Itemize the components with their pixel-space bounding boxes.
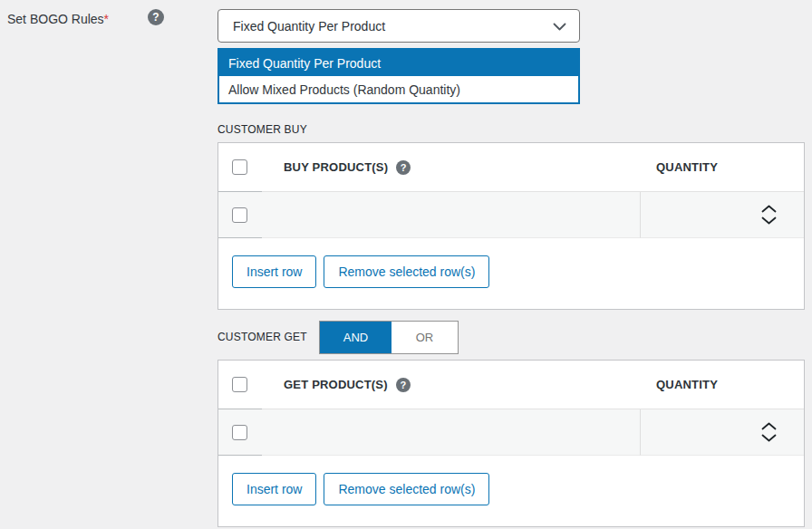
help-icon[interactable]: ?	[396, 160, 411, 175]
field-label-text: Set BOGO Rules	[7, 12, 104, 26]
bogo-rule-select-value: Fixed Quantity Per Product	[233, 19, 385, 34]
bogo-rule-select[interactable]: Fixed Quantity Per Product	[218, 9, 580, 43]
help-icon[interactable]: ?	[148, 9, 164, 25]
get-select-all-checkbox[interactable]	[232, 377, 247, 392]
customer-get-table: GET PRODUCT(S) ? QUANTITY Insert row Rem…	[218, 360, 805, 527]
remove-selected-rows-button[interactable]: Remove selected row(s)	[324, 255, 489, 288]
remove-selected-rows-button[interactable]: Remove selected row(s)	[324, 473, 489, 505]
get-header-product-cell: GET PRODUCT(S) ?	[262, 361, 641, 409]
insert-row-button[interactable]: Insert row	[232, 473, 316, 505]
buy-quantity-column-title: QUANTITY	[656, 160, 718, 174]
table-row	[218, 409, 804, 456]
chevron-up-icon[interactable]	[761, 422, 777, 430]
customer-get-label: CUSTOMER GET	[218, 331, 307, 343]
chevron-down-icon[interactable]	[761, 216, 777, 225]
buy-row-product-cell[interactable]	[262, 192, 641, 238]
get-row-checkbox[interactable]	[232, 425, 247, 440]
and-or-toggle: AND OR	[319, 321, 459, 354]
get-product-column-title: GET PRODUCT(S)	[284, 378, 388, 391]
quantity-stepper[interactable]	[761, 422, 777, 442]
help-icon[interactable]: ?	[396, 378, 411, 392]
buy-row-checkbox[interactable]	[232, 207, 247, 223]
toggle-or-option[interactable]: OR	[392, 322, 458, 353]
insert-row-button[interactable]: Insert row	[232, 255, 316, 288]
get-quantity-column-title: QUANTITY	[656, 378, 718, 391]
get-row-quantity-cell[interactable]	[641, 409, 804, 456]
buy-row-check-cell	[218, 192, 262, 238]
get-header-check-cell	[218, 361, 262, 409]
dropdown-option-fixed-quantity[interactable]: Fixed Quantity Per Product	[219, 50, 578, 76]
customer-buy-label: CUSTOMER BUY	[218, 123, 307, 136]
chevron-down-icon[interactable]	[761, 434, 777, 442]
dropdown-option-mixed-products[interactable]: Allow Mixed Products (Random Quantity)	[219, 76, 578, 102]
customer-buy-table: BUY PRODUCT(S) ? QUANTITY Insert row Rem…	[218, 142, 805, 310]
get-row-product-cell[interactable]	[262, 409, 641, 456]
required-asterisk: *	[104, 12, 109, 26]
get-row-check-cell	[218, 409, 262, 456]
buy-row-quantity-cell[interactable]	[641, 192, 804, 238]
buy-header-product-cell: BUY PRODUCT(S) ?	[262, 143, 641, 192]
get-table-header: GET PRODUCT(S) ? QUANTITY	[218, 361, 804, 409]
field-label: Set BOGO Rules*	[7, 12, 109, 26]
buy-table-footer: Insert row Remove selected row(s)	[218, 238, 804, 288]
table-row	[218, 192, 804, 238]
buy-select-all-checkbox[interactable]	[232, 159, 247, 175]
bogo-rule-dropdown: Fixed Quantity Per Product Allow Mixed P…	[218, 48, 580, 104]
buy-header-check-cell	[218, 143, 262, 192]
chevron-down-icon	[553, 19, 566, 34]
get-table-footer: Insert row Remove selected row(s)	[218, 456, 804, 505]
buy-header-quantity-cell: QUANTITY	[641, 143, 804, 192]
quantity-stepper[interactable]	[761, 205, 777, 225]
buy-product-column-title: BUY PRODUCT(S)	[284, 160, 388, 174]
get-header-quantity-cell: QUANTITY	[641, 361, 804, 409]
toggle-and-option[interactable]: AND	[320, 322, 392, 353]
buy-table-header: BUY PRODUCT(S) ? QUANTITY	[218, 143, 804, 192]
chevron-up-icon[interactable]	[761, 205, 777, 213]
